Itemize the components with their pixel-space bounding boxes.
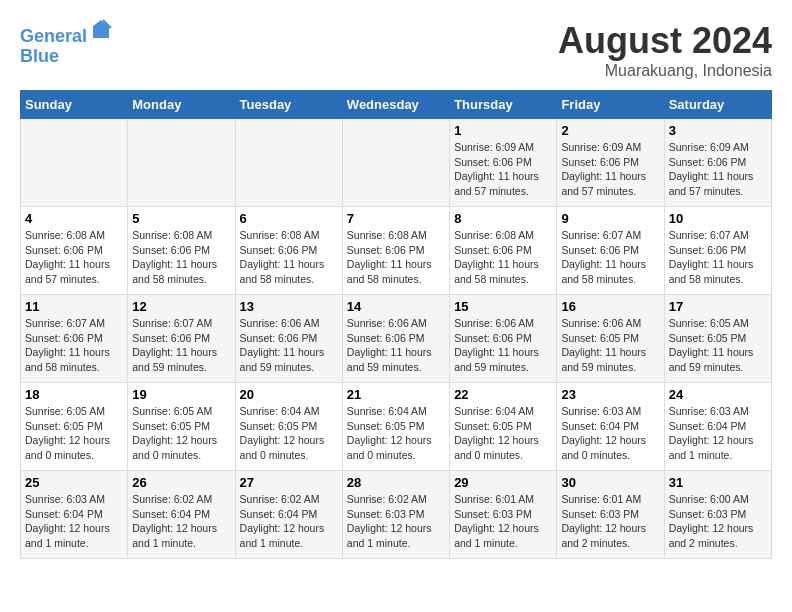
day-info: Sunrise: 6:06 AM Sunset: 6:06 PM Dayligh…: [240, 316, 338, 375]
day-number: 2: [561, 123, 659, 138]
calendar-cell: 3Sunrise: 6:09 AM Sunset: 6:06 PM Daylig…: [664, 119, 771, 207]
calendar-cell: 15Sunrise: 6:06 AM Sunset: 6:06 PM Dayli…: [450, 295, 557, 383]
day-number: 15: [454, 299, 552, 314]
day-number: 31: [669, 475, 767, 490]
day-number: 19: [132, 387, 230, 402]
day-number: 8: [454, 211, 552, 226]
col-header-friday: Friday: [557, 91, 664, 119]
day-info: Sunrise: 6:07 AM Sunset: 6:06 PM Dayligh…: [561, 228, 659, 287]
day-number: 14: [347, 299, 445, 314]
logo: General Blue: [20, 20, 113, 67]
calendar-cell: 4Sunrise: 6:08 AM Sunset: 6:06 PM Daylig…: [21, 207, 128, 295]
day-info: Sunrise: 6:08 AM Sunset: 6:06 PM Dayligh…: [25, 228, 123, 287]
week-row-4: 18Sunrise: 6:05 AM Sunset: 6:05 PM Dayli…: [21, 383, 772, 471]
day-info: Sunrise: 6:05 AM Sunset: 6:05 PM Dayligh…: [132, 404, 230, 463]
day-info: Sunrise: 6:06 AM Sunset: 6:06 PM Dayligh…: [347, 316, 445, 375]
calendar-cell: 21Sunrise: 6:04 AM Sunset: 6:05 PM Dayli…: [342, 383, 449, 471]
calendar-cell: 9Sunrise: 6:07 AM Sunset: 6:06 PM Daylig…: [557, 207, 664, 295]
col-header-wednesday: Wednesday: [342, 91, 449, 119]
day-number: 6: [240, 211, 338, 226]
calendar-cell: 13Sunrise: 6:06 AM Sunset: 6:06 PM Dayli…: [235, 295, 342, 383]
day-info: Sunrise: 6:08 AM Sunset: 6:06 PM Dayligh…: [240, 228, 338, 287]
day-info: Sunrise: 6:09 AM Sunset: 6:06 PM Dayligh…: [454, 140, 552, 199]
day-info: Sunrise: 6:03 AM Sunset: 6:04 PM Dayligh…: [25, 492, 123, 551]
logo-general: General: [20, 26, 87, 46]
calendar-cell: 23Sunrise: 6:03 AM Sunset: 6:04 PM Dayli…: [557, 383, 664, 471]
day-number: 20: [240, 387, 338, 402]
title-block: August 2024 Muarakuang, Indonesia: [558, 20, 772, 80]
page-header: General Blue August 2024 Muarakuang, Ind…: [20, 20, 772, 80]
logo-text: General: [20, 20, 113, 47]
day-number: 30: [561, 475, 659, 490]
day-number: 25: [25, 475, 123, 490]
day-number: 12: [132, 299, 230, 314]
header-row: SundayMondayTuesdayWednesdayThursdayFrid…: [21, 91, 772, 119]
day-number: 13: [240, 299, 338, 314]
calendar-cell: 8Sunrise: 6:08 AM Sunset: 6:06 PM Daylig…: [450, 207, 557, 295]
logo-blue: Blue: [20, 47, 113, 67]
calendar-cell: 2Sunrise: 6:09 AM Sunset: 6:06 PM Daylig…: [557, 119, 664, 207]
day-number: 7: [347, 211, 445, 226]
calendar-cell: 6Sunrise: 6:08 AM Sunset: 6:06 PM Daylig…: [235, 207, 342, 295]
day-number: 10: [669, 211, 767, 226]
day-info: Sunrise: 6:04 AM Sunset: 6:05 PM Dayligh…: [240, 404, 338, 463]
day-info: Sunrise: 6:08 AM Sunset: 6:06 PM Dayligh…: [454, 228, 552, 287]
day-info: Sunrise: 6:01 AM Sunset: 6:03 PM Dayligh…: [454, 492, 552, 551]
calendar-cell: 5Sunrise: 6:08 AM Sunset: 6:06 PM Daylig…: [128, 207, 235, 295]
logo-icon: [89, 18, 113, 42]
day-info: Sunrise: 6:01 AM Sunset: 6:03 PM Dayligh…: [561, 492, 659, 551]
day-number: 28: [347, 475, 445, 490]
day-info: Sunrise: 6:05 AM Sunset: 6:05 PM Dayligh…: [669, 316, 767, 375]
day-info: Sunrise: 6:04 AM Sunset: 6:05 PM Dayligh…: [347, 404, 445, 463]
calendar-cell: 18Sunrise: 6:05 AM Sunset: 6:05 PM Dayli…: [21, 383, 128, 471]
day-number: 16: [561, 299, 659, 314]
day-info: Sunrise: 6:04 AM Sunset: 6:05 PM Dayligh…: [454, 404, 552, 463]
week-row-1: 1Sunrise: 6:09 AM Sunset: 6:06 PM Daylig…: [21, 119, 772, 207]
calendar-cell: 26Sunrise: 6:02 AM Sunset: 6:04 PM Dayli…: [128, 471, 235, 559]
calendar-cell: 14Sunrise: 6:06 AM Sunset: 6:06 PM Dayli…: [342, 295, 449, 383]
calendar-cell: [128, 119, 235, 207]
day-number: 11: [25, 299, 123, 314]
week-row-5: 25Sunrise: 6:03 AM Sunset: 6:04 PM Dayli…: [21, 471, 772, 559]
week-row-3: 11Sunrise: 6:07 AM Sunset: 6:06 PM Dayli…: [21, 295, 772, 383]
day-info: Sunrise: 6:07 AM Sunset: 6:06 PM Dayligh…: [132, 316, 230, 375]
col-header-sunday: Sunday: [21, 91, 128, 119]
calendar-cell: 1Sunrise: 6:09 AM Sunset: 6:06 PM Daylig…: [450, 119, 557, 207]
day-info: Sunrise: 6:07 AM Sunset: 6:06 PM Dayligh…: [669, 228, 767, 287]
calendar-cell: 12Sunrise: 6:07 AM Sunset: 6:06 PM Dayli…: [128, 295, 235, 383]
day-number: 3: [669, 123, 767, 138]
col-header-thursday: Thursday: [450, 91, 557, 119]
calendar-cell: [235, 119, 342, 207]
day-number: 5: [132, 211, 230, 226]
day-number: 29: [454, 475, 552, 490]
calendar-cell: 22Sunrise: 6:04 AM Sunset: 6:05 PM Dayli…: [450, 383, 557, 471]
day-number: 22: [454, 387, 552, 402]
day-info: Sunrise: 6:08 AM Sunset: 6:06 PM Dayligh…: [132, 228, 230, 287]
day-number: 21: [347, 387, 445, 402]
day-number: 18: [25, 387, 123, 402]
col-header-monday: Monday: [128, 91, 235, 119]
calendar-cell: 20Sunrise: 6:04 AM Sunset: 6:05 PM Dayli…: [235, 383, 342, 471]
day-info: Sunrise: 6:02 AM Sunset: 6:03 PM Dayligh…: [347, 492, 445, 551]
day-number: 1: [454, 123, 552, 138]
calendar-cell: 19Sunrise: 6:05 AM Sunset: 6:05 PM Dayli…: [128, 383, 235, 471]
day-number: 9: [561, 211, 659, 226]
week-row-2: 4Sunrise: 6:08 AM Sunset: 6:06 PM Daylig…: [21, 207, 772, 295]
calendar-cell: 27Sunrise: 6:02 AM Sunset: 6:04 PM Dayli…: [235, 471, 342, 559]
day-info: Sunrise: 6:03 AM Sunset: 6:04 PM Dayligh…: [669, 404, 767, 463]
day-number: 17: [669, 299, 767, 314]
calendar-cell: 10Sunrise: 6:07 AM Sunset: 6:06 PM Dayli…: [664, 207, 771, 295]
day-number: 4: [25, 211, 123, 226]
calendar-cell: 28Sunrise: 6:02 AM Sunset: 6:03 PM Dayli…: [342, 471, 449, 559]
calendar-cell: 25Sunrise: 6:03 AM Sunset: 6:04 PM Dayli…: [21, 471, 128, 559]
day-info: Sunrise: 6:09 AM Sunset: 6:06 PM Dayligh…: [561, 140, 659, 199]
day-number: 26: [132, 475, 230, 490]
col-header-tuesday: Tuesday: [235, 91, 342, 119]
calendar-table: SundayMondayTuesdayWednesdayThursdayFrid…: [20, 90, 772, 559]
day-number: 27: [240, 475, 338, 490]
calendar-cell: 16Sunrise: 6:06 AM Sunset: 6:05 PM Dayli…: [557, 295, 664, 383]
subtitle: Muarakuang, Indonesia: [558, 62, 772, 80]
calendar-cell: 11Sunrise: 6:07 AM Sunset: 6:06 PM Dayli…: [21, 295, 128, 383]
calendar-cell: 31Sunrise: 6:00 AM Sunset: 6:03 PM Dayli…: [664, 471, 771, 559]
day-info: Sunrise: 6:02 AM Sunset: 6:04 PM Dayligh…: [240, 492, 338, 551]
